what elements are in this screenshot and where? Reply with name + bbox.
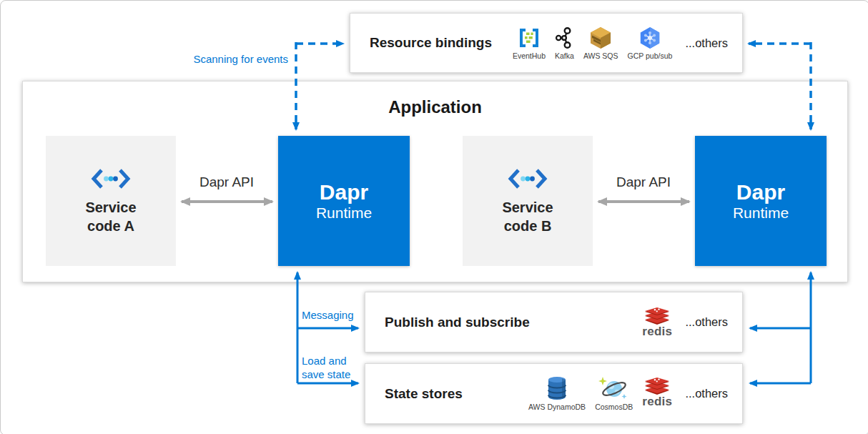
scanning-for-events-label: Scanning for events	[188, 52, 288, 66]
redis-item: redis	[642, 306, 672, 339]
dapr-runtime-subtitle: Runtime	[733, 204, 789, 222]
aws-dynamodb-icon	[546, 376, 568, 400]
dapr-runtime-subtitle: Runtime	[316, 204, 372, 222]
kafka-item: Kafka	[555, 26, 574, 60]
messaging-state-arrows-right	[750, 272, 811, 383]
state-stores-box: State stores AWS DynamoDB	[365, 363, 743, 424]
eventhub-label: EventHub	[513, 51, 546, 60]
dapr-api-label-right: Dapr API	[593, 174, 694, 190]
eventhub-icon	[518, 26, 541, 49]
state-stores-icons: AWS DynamoDB CosmosDB	[528, 376, 672, 411]
redis-label: redis	[642, 395, 672, 409]
service-code-a-label: Service code A	[85, 198, 136, 235]
dapr-runtime-title: Dapr	[736, 180, 785, 205]
redis-icon	[643, 306, 671, 325]
redis-label: redis	[642, 325, 672, 339]
dapr-architecture-diagram: Application Service code A Dapr API Dapr…	[0, 0, 868, 434]
cosmosdb-item: CosmosDB	[595, 376, 633, 411]
aws-sqs-label: AWS SQS	[583, 51, 618, 60]
publish-subscribe-box: Publish and subscribe redis ...others	[365, 292, 743, 352]
gcp-pubsub-item: GCP pub/sub	[628, 26, 673, 60]
service-code-b-label: Service code B	[502, 198, 553, 235]
dapr-api-label-left: Dapr API	[177, 174, 277, 190]
resource-bindings-others: ...others	[685, 36, 728, 50]
service-code-a-box: Service code A	[46, 136, 176, 266]
kafka-label: Kafka	[555, 51, 574, 60]
aws-sqs-icon	[588, 26, 613, 49]
cosmosdb-label: CosmosDB	[595, 403, 633, 411]
publish-subscribe-title: Publish and subscribe	[385, 315, 530, 330]
redis-item: redis	[642, 376, 672, 409]
resource-bindings-title: Resource bindings	[370, 35, 492, 51]
gcp-pubsub-icon	[638, 26, 662, 49]
kafka-icon	[555, 26, 573, 49]
dapr-runtime-title: Dapr	[320, 180, 368, 205]
aws-sqs-item: AWS SQS	[583, 26, 618, 60]
state-stores-others: ...others	[685, 387, 728, 400]
service-code-b-box: Service code B	[463, 136, 593, 266]
eventhub-item: EventHub	[513, 26, 546, 60]
code-icon	[507, 167, 548, 191]
dynamodb-item: AWS DynamoDB	[528, 376, 586, 411]
cosmosdb-icon	[598, 376, 631, 400]
code-icon	[90, 167, 132, 191]
messaging-label: Messaging	[302, 308, 354, 322]
aws-dynamodb-label: AWS DynamoDB	[528, 403, 586, 411]
application-title: Application	[23, 97, 847, 117]
load-save-state-label: Load and save state	[302, 354, 350, 381]
gcp-pubsub-label: GCP pub/sub	[628, 51, 673, 60]
dapr-runtime-box-left: Dapr Runtime	[278, 136, 410, 266]
publish-subscribe-others: ...others	[685, 315, 728, 329]
state-stores-title: State stores	[385, 386, 463, 402]
resource-bindings-box: Resource bindings EventHub	[350, 13, 743, 73]
redis-icon	[643, 376, 671, 395]
resource-bindings-icons: EventHub Kafka	[513, 26, 672, 60]
dapr-runtime-box-right: Dapr Runtime	[695, 136, 827, 266]
